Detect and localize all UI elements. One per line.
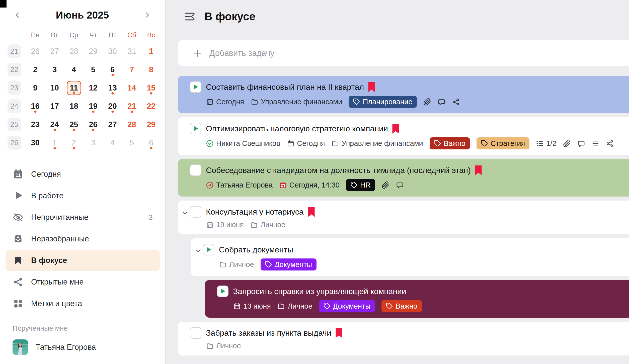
calendar-day[interactable]: 18 [67, 99, 81, 114]
shapes-icon [13, 298, 24, 309]
calendar-day[interactable]: 12 [86, 81, 101, 95]
calendar-day[interactable]: 8 [144, 62, 159, 77]
tag-chip[interactable]: HR [346, 179, 375, 191]
sidebar-item-tags[interactable]: Метки и цвета [6, 293, 160, 314]
calendar-day-cell: 27 [45, 42, 64, 60]
calendar-day[interactable]: 27 [105, 117, 120, 132]
task-card[interactable]: Консультация у нотариуса19 июняЛичное [178, 201, 629, 234]
calendar-day[interactable]: 27 [47, 44, 62, 59]
task-title-row: Собрать документы [191, 244, 624, 255]
calendar-day[interactable]: 26 [28, 44, 43, 59]
calendar-day[interactable]: 2 [28, 62, 43, 77]
task-title: Забрать заказы из пункта выдачи [206, 328, 331, 338]
calendar-day[interactable]: 31 [125, 44, 139, 59]
calendar-day[interactable]: 22 [144, 99, 159, 114]
calendar-day[interactable]: 30 [105, 44, 120, 59]
calendar-day-selected[interactable]: 11 [67, 81, 81, 95]
task-title-row: Оптимизировать налоговую стратегию компа… [178, 123, 624, 134]
calendar-today-icon: 11 [13, 169, 24, 180]
task-card[interactable]: Составить финансовый план на II кварталС… [178, 76, 629, 113]
calendar-day[interactable]: 14 [125, 81, 139, 95]
calendar-day[interactable]: 28 [125, 117, 139, 132]
prev-month-button[interactable] [12, 10, 23, 21]
calendar-day[interactable]: 9 [28, 81, 43, 95]
sidebar-item-assigned-user[interactable]: Татьяна Егорова [6, 336, 160, 358]
task-checkbox-empty[interactable] [190, 206, 201, 218]
task-card[interactable]: Собеседование с кандидатом на должность … [178, 159, 629, 197]
calendar-day[interactable]: 19 [86, 99, 101, 114]
add-task-input[interactable]: Добавить задачу [178, 40, 629, 66]
week-number: 24 [8, 99, 21, 113]
task-card[interactable]: Забрать заказы из пункта выдачиЛичное [178, 322, 629, 355]
task-checkbox-play[interactable] [190, 81, 201, 93]
calendar-day[interactable]: 7 [125, 62, 139, 77]
tag-chip[interactable]: Важно [381, 300, 422, 312]
calendar-day[interactable]: 28 [67, 44, 81, 59]
tag-chip[interactable]: Важно [430, 137, 470, 149]
calendar-day-cell: 6 [141, 134, 161, 152]
task-checkbox-play[interactable] [203, 244, 214, 255]
calendar-day[interactable]: 29 [144, 117, 159, 132]
task-card[interactable]: Запросить справки из управляющей компани… [205, 280, 629, 318]
calendar-day[interactable]: 29 [86, 44, 101, 59]
sidebar-item-today[interactable]: 11Сегодня [6, 163, 160, 185]
meta-item: Управление финансами [332, 139, 423, 148]
collapse-sidebar-icon[interactable] [184, 11, 196, 23]
calendar-day[interactable]: 2 [67, 136, 81, 150]
plus-icon [192, 48, 202, 58]
calendar-day[interactable]: 3 [47, 62, 62, 77]
task-list: Составить финансовый план на II кварталС… [178, 76, 629, 355]
calendar-day[interactable]: 25 [67, 117, 81, 132]
calendar-day[interactable]: 5 [86, 62, 101, 77]
sidebar-item-inbox[interactable]: Неразобранные [6, 228, 160, 250]
calendar-day[interactable]: 6 [105, 62, 120, 77]
sidebar-item-shared[interactable]: Открытые мне [6, 271, 160, 293]
calendar-day[interactable]: 6 [144, 136, 159, 150]
task-checkbox-empty[interactable] [190, 164, 201, 176]
meta-item: Никита Свешников [206, 139, 280, 148]
calendar-day-cell: 27 [103, 115, 122, 134]
calendar-day[interactable]: 23 [28, 117, 43, 132]
calendar-day-cell: 11 [64, 79, 84, 97]
task-checkbox-play[interactable] [217, 286, 228, 297]
tag-chip[interactable]: Документы [261, 258, 317, 270]
tag-chip[interactable]: Стратегия [477, 137, 529, 149]
task-checkbox-empty[interactable] [190, 327, 201, 339]
tag-chip[interactable]: Документы [319, 300, 375, 312]
calendar-day[interactable]: 21 [125, 99, 139, 114]
calendar-day-cell: 31 [122, 42, 141, 60]
task-card[interactable]: Собрать документыЛичноеДокументы [191, 238, 629, 276]
calendar-day[interactable]: 1 [47, 136, 62, 150]
calendar-day[interactable]: 13 [105, 81, 120, 95]
task-checkbox-play[interactable] [190, 123, 201, 134]
folder-icon [332, 140, 339, 147]
calendar-day[interactable]: 10 [47, 81, 62, 95]
calendar-day[interactable]: 15 [144, 81, 159, 95]
sidebar-item-in-progress[interactable]: В работе [6, 185, 160, 207]
sidebar-item-focus[interactable]: В фокусе [6, 250, 160, 271]
calendar-day-cell: 29 [141, 115, 161, 134]
calendar-day[interactable]: 5 [125, 136, 139, 150]
tag-chip[interactable]: Планирование [349, 96, 417, 108]
sidebar-item-unread[interactable]: Непрочитанные3 [6, 207, 160, 228]
calendar-day[interactable]: 4 [67, 62, 81, 77]
calendar-day[interactable]: 17 [47, 99, 62, 114]
task-expand-chevron-icon[interactable] [181, 209, 189, 217]
calendar-day[interactable]: 26 [86, 117, 101, 132]
bookmark-flag-icon [335, 328, 343, 338]
task-title-row: Консультация у нотариуса [178, 206, 624, 218]
task-card[interactable]: Оптимизировать налоговую стратегию компа… [178, 117, 629, 155]
calendar-day[interactable]: 16 [28, 99, 43, 114]
next-month-button[interactable] [142, 10, 153, 21]
calendar-day-cell: 30 [26, 134, 45, 152]
calendar-day[interactable]: 1 [144, 44, 159, 59]
calendar-day[interactable]: 30 [28, 136, 43, 150]
task-title: Собеседование с кандидатом на должность … [206, 166, 471, 175]
meta-text: 19 июня [216, 221, 244, 229]
calendar-day-cell: 2 [64, 134, 84, 152]
calendar-day[interactable]: 3 [86, 136, 101, 150]
calendar-day[interactable]: 4 [105, 136, 120, 150]
calendar-day[interactable]: 20 [105, 99, 120, 114]
task-expand-chevron-icon[interactable] [194, 246, 202, 255]
calendar-day[interactable]: 24 [47, 117, 62, 132]
